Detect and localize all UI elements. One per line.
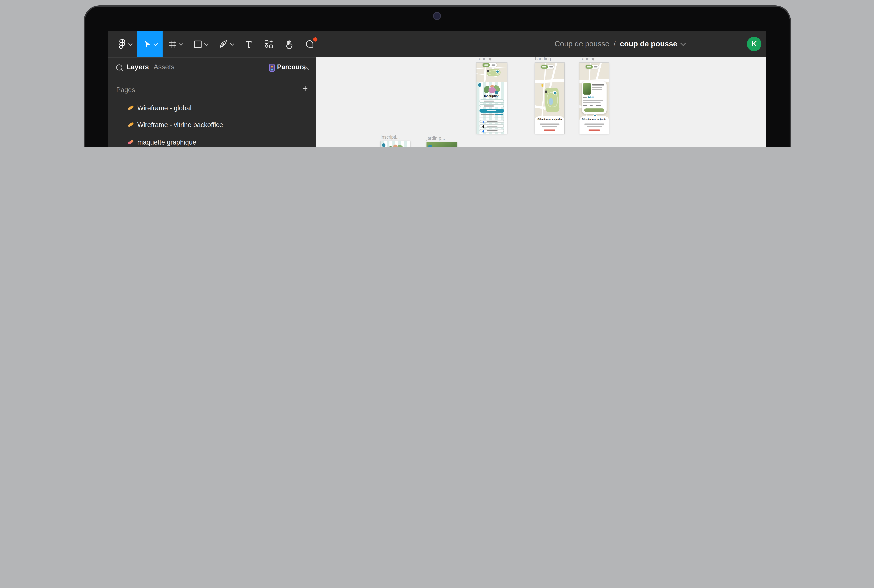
frame-label-jardin-1[interactable]: jardin p... <box>427 135 445 141</box>
frame-tool-button[interactable] <box>163 31 188 57</box>
page-label: maquette graphique <box>137 138 196 146</box>
canvas-frame-jardin-1[interactable]: Le jardin des partagés <box>427 142 457 147</box>
hand-icon <box>284 39 294 49</box>
page-item-wireframe-global[interactable]: Wireframe - global <box>108 100 316 115</box>
page-thumbnail-icon <box>269 64 274 72</box>
frame-label-landing-2[interactable]: Landing... <box>535 57 555 62</box>
figma-logo-icon <box>118 39 126 50</box>
chevron-down-icon <box>230 41 234 45</box>
page-item-maquette-graphique[interactable]: maquette graphique <box>108 135 316 147</box>
search-icon[interactable] <box>116 64 122 70</box>
tab-layers[interactable]: Layers <box>127 63 149 70</box>
canvas-frame-inscription-1[interactable]: Inscription <box>381 141 410 147</box>
frame-grid-icon <box>168 39 177 49</box>
pages-header: Pages <box>116 86 135 93</box>
hand-tool-button[interactable] <box>279 31 299 57</box>
shape-tool-button[interactable] <box>188 31 213 57</box>
figma-toolbar: Coup de pousse / coup de pousse K <box>108 31 766 57</box>
page-label: Wireframe - vitrine backoffice <box>137 121 223 128</box>
laptop-mockup: Coup de pousse / coup de pousse K Layers… <box>0 0 874 147</box>
canvas-frame-landing-2[interactable]: Sélectionnez un jardin <box>535 63 564 134</box>
laptop-webcam <box>433 12 441 20</box>
user-avatar[interactable]: K <box>747 37 762 51</box>
cursor-icon <box>143 39 152 49</box>
figma-window: Coup de pousse / coup de pousse K Layers… <box>108 31 766 147</box>
chevron-down-icon[interactable] <box>681 40 686 46</box>
page-label: Wireframe - global <box>137 104 192 111</box>
rectangle-icon <box>193 39 202 49</box>
design-canvas[interactable]: Landing...InscriptionLanding...Sélection… <box>316 57 766 147</box>
file-breadcrumb[interactable]: Coup de pousse / coup de pousse <box>499 31 740 57</box>
pencil-hand-icon <box>128 104 135 111</box>
components-icon <box>264 39 273 49</box>
breadcrumb-separator: / <box>613 40 616 48</box>
frame-label-landing-1[interactable]: Landing... <box>477 57 496 62</box>
project-name[interactable]: Coup de pousse <box>555 40 609 48</box>
tab-assets[interactable]: Assets <box>154 63 174 70</box>
pen-icon <box>219 39 228 49</box>
move-tool-button[interactable] <box>137 31 163 57</box>
chevron-down-icon <box>128 41 132 45</box>
layers-panel: Layers Assets Parcours Pages + Wireframe… <box>108 57 316 147</box>
pencil-hand-icon <box>128 121 135 128</box>
actions-tool-button[interactable] <box>258 31 279 57</box>
main-menu-button[interactable] <box>112 31 137 57</box>
add-page-button[interactable]: + <box>303 83 308 93</box>
pencil-icon <box>128 138 135 145</box>
pen-tool-button[interactable] <box>213 31 239 57</box>
chevron-down-icon <box>154 41 158 45</box>
frame-label-inscription-1[interactable]: inscripti... <box>381 134 400 140</box>
text-tool-button[interactable] <box>239 31 258 57</box>
page-selector[interactable]: Parcours <box>277 63 306 70</box>
canvas-frame-landing-1[interactable]: Inscription <box>477 63 507 134</box>
text-icon <box>244 39 253 49</box>
chevron-down-icon <box>204 41 208 45</box>
canvas-frame-landing-3[interactable]: Sélectionnez un jardin <box>579 63 609 134</box>
notification-dot <box>313 37 318 42</box>
comment-tool-button[interactable] <box>300 31 320 57</box>
chevron-down-icon <box>179 41 183 45</box>
frame-label-landing-3[interactable]: Landing... <box>579 57 600 62</box>
page-item-wireframe-vitrine-backoffice[interactable]: Wireframe - vitrine backoffice <box>108 118 316 132</box>
panel-tabs: Layers Assets Parcours <box>108 58 316 78</box>
file-name[interactable]: coup de pousse <box>620 40 677 48</box>
